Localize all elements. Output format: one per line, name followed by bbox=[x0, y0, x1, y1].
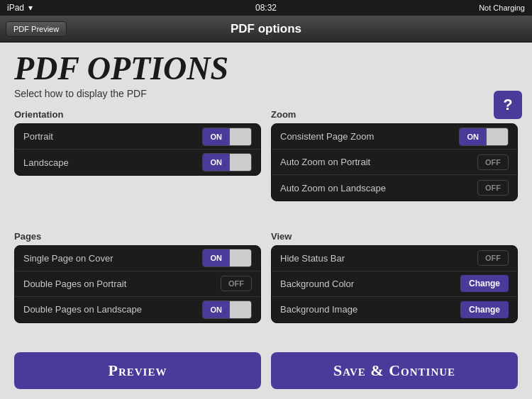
options-grid: Orientation Portrait ON Landscape ON bbox=[14, 109, 518, 342]
double-pages-landscape-toggle[interactable]: ON bbox=[202, 300, 252, 319]
landscape-toggle-thumb bbox=[229, 154, 251, 171]
consistent-zoom-toggle-on: ON bbox=[460, 128, 486, 145]
background-image-row: Background Image Change bbox=[272, 297, 517, 322]
background-image-change-button[interactable]: Change bbox=[460, 301, 509, 318]
pages-label: Pages bbox=[14, 231, 261, 242]
save-continue-button[interactable]: Save & Continue bbox=[271, 352, 518, 389]
single-page-row: Single Page on Cover ON bbox=[15, 246, 260, 271]
auto-zoom-landscape-label: Auto Zoom on Landscape bbox=[280, 183, 386, 193]
zoom-panel: Consistent Page Zoom ON Auto Zoom on Por… bbox=[271, 123, 518, 201]
battery-status: Not Charging bbox=[479, 4, 525, 12]
double-pages-landscape-toggle-thumb bbox=[229, 301, 251, 318]
pages-section: Pages Single Page on Cover ON Double Pag… bbox=[14, 231, 261, 343]
background-color-label: Background Color bbox=[280, 279, 354, 289]
page-subtitle: Select how to display the PDF bbox=[14, 88, 518, 99]
auto-zoom-portrait-label: Auto Zoom on Portrait bbox=[280, 157, 370, 167]
landscape-row: Landscape ON bbox=[15, 150, 260, 175]
background-color-change-button[interactable]: Change bbox=[460, 275, 509, 292]
pages-panel: Single Page on Cover ON Double Pages on … bbox=[14, 245, 261, 323]
status-bar-left: iPad ▾ bbox=[7, 3, 33, 13]
orientation-section: Orientation Portrait ON Landscape ON bbox=[14, 109, 261, 221]
landscape-label: Landscape bbox=[23, 157, 69, 168]
consistent-zoom-toggle-thumb bbox=[486, 128, 508, 145]
back-button[interactable]: PDF Preview bbox=[6, 21, 67, 37]
preview-button[interactable]: Preview bbox=[14, 352, 261, 389]
view-panel: Hide Status Bar OFF Background Color Cha… bbox=[271, 245, 518, 323]
orientation-label: Orientation bbox=[14, 109, 261, 120]
background-image-label: Background Image bbox=[280, 304, 358, 315]
portrait-row: Portrait ON bbox=[15, 124, 260, 150]
double-pages-portrait-toggle[interactable]: OFF bbox=[221, 276, 252, 291]
status-bar: iPad ▾ 08:32 Not Charging bbox=[0, 0, 532, 16]
double-pages-portrait-row: Double Pages on Portrait OFF bbox=[15, 271, 260, 297]
portrait-toggle-thumb bbox=[229, 128, 251, 145]
orientation-panel: Portrait ON Landscape ON bbox=[14, 123, 261, 176]
portrait-label: Portrait bbox=[23, 131, 53, 142]
portrait-toggle-on: ON bbox=[203, 128, 229, 145]
status-bar-time: 08:32 bbox=[255, 3, 277, 13]
landscape-toggle-on: ON bbox=[203, 154, 229, 171]
main-content: ? PDF options Select how to display the … bbox=[0, 43, 532, 399]
zoom-label: Zoom bbox=[271, 109, 518, 120]
bottom-buttons: Preview Save & Continue bbox=[14, 352, 518, 389]
single-page-toggle-on: ON bbox=[203, 249, 229, 266]
double-pages-portrait-label: Double Pages on Portrait bbox=[23, 279, 126, 289]
view-section: View Hide Status Bar OFF Background Colo… bbox=[271, 231, 518, 343]
hide-status-bar-toggle[interactable]: OFF bbox=[477, 250, 509, 266]
double-pages-landscape-row: Double Pages on Landscape ON bbox=[15, 297, 260, 322]
auto-zoom-landscape-toggle[interactable]: OFF bbox=[477, 180, 509, 196]
device-label: iPad bbox=[7, 3, 24, 13]
hide-status-bar-row: Hide Status Bar OFF bbox=[272, 246, 517, 271]
double-pages-landscape-toggle-on: ON bbox=[203, 301, 229, 318]
auto-zoom-portrait-toggle[interactable]: OFF bbox=[477, 154, 509, 170]
single-page-label: Single Page on Cover bbox=[23, 253, 113, 264]
consistent-zoom-label: Consistent Page Zoom bbox=[280, 131, 374, 142]
background-color-row: Background Color Change bbox=[272, 271, 517, 297]
consistent-zoom-toggle[interactable]: ON bbox=[459, 128, 509, 146]
help-button[interactable]: ? bbox=[494, 91, 522, 119]
auto-zoom-portrait-row: Auto Zoom on Portrait OFF bbox=[272, 150, 517, 175]
consistent-zoom-row: Consistent Page Zoom ON bbox=[272, 124, 517, 150]
page-title: PDF options bbox=[14, 52, 518, 85]
nav-bar-title: PDF options bbox=[231, 22, 301, 36]
nav-bar: PDF Preview PDF options bbox=[0, 16, 532, 43]
single-page-toggle[interactable]: ON bbox=[202, 249, 252, 267]
wifi-icon: ▾ bbox=[28, 3, 33, 13]
landscape-toggle[interactable]: ON bbox=[202, 153, 252, 172]
double-pages-landscape-label: Double Pages on Landscape bbox=[23, 304, 142, 315]
view-label: View bbox=[271, 231, 518, 242]
single-page-toggle-thumb bbox=[229, 249, 251, 266]
portrait-toggle[interactable]: ON bbox=[202, 128, 252, 146]
hide-status-bar-label: Hide Status Bar bbox=[280, 253, 345, 264]
auto-zoom-landscape-row: Auto Zoom on Landscape OFF bbox=[272, 175, 517, 201]
zoom-section: Zoom Consistent Page Zoom ON Auto Zoom o… bbox=[271, 109, 518, 221]
